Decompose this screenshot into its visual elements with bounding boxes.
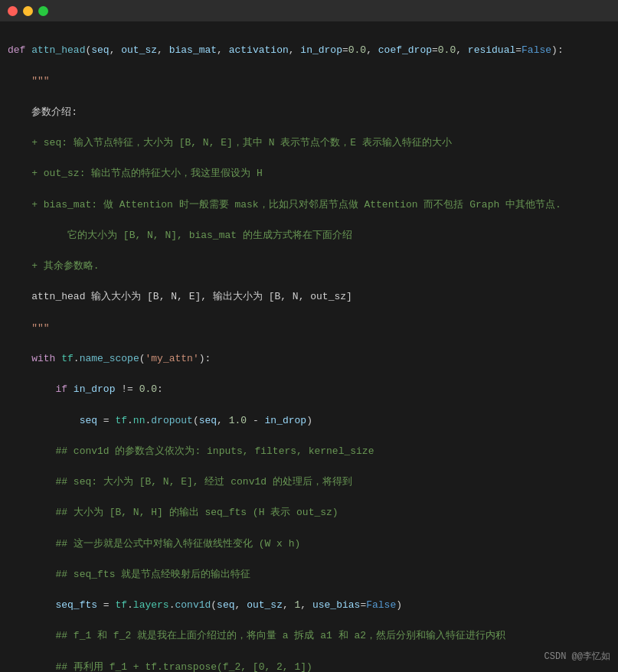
watermark: CSDN @@李忆如 <box>544 650 610 663</box>
code-area: def attn_head(seq, out_sz, bias_mat, act… <box>0 21 618 672</box>
maximize-button[interactable] <box>38 6 48 16</box>
title-bar <box>0 0 618 21</box>
minimize-button[interactable] <box>23 6 33 16</box>
close-button[interactable] <box>8 6 18 16</box>
